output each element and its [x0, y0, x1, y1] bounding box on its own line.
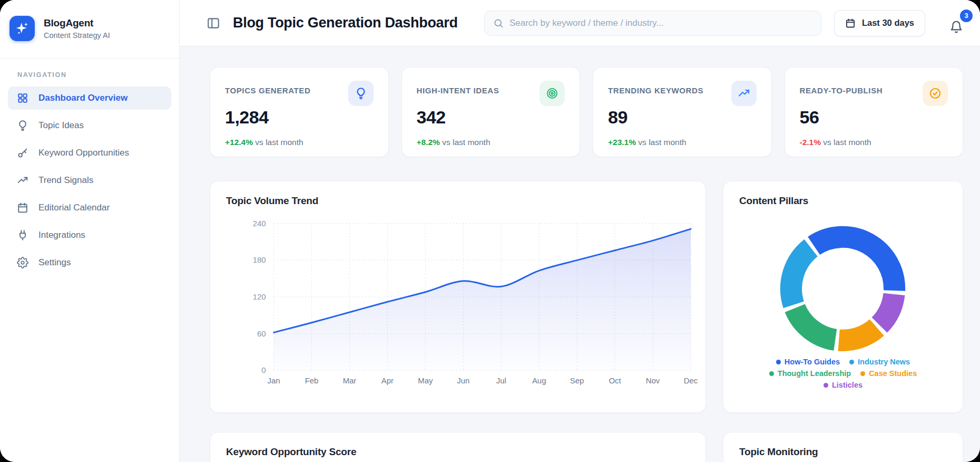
logo: BlogAgent Content Strategy AI: [0, 0, 179, 58]
sidebar-item-trend-signals[interactable]: Trend Signals: [8, 169, 171, 192]
sidebar-item-keyword-opportunities[interactable]: Keyword Opportunities: [8, 141, 171, 165]
stat-value: 89: [608, 107, 757, 128]
legend-item-thought-leadership[interactable]: Thought Leadership: [769, 368, 851, 379]
stat-card-topics-generated: TOPICS GENERATED 1,284 +12.4% vs last mo…: [210, 67, 389, 157]
svg-text:Oct: Oct: [609, 376, 621, 385]
lightbulb-icon: [17, 120, 28, 131]
stat-card-top: TOPICS GENERATED: [225, 81, 374, 106]
svg-text:Sep: Sep: [570, 376, 584, 385]
topic-volume-trend-chart: 060120180240JanFebMarAprMayJunJulAugSepO…: [210, 181, 705, 412]
stat-card-high-intent-ideas: HIGH-INTENT IDEAS 342 +8.2% vs last mont…: [401, 67, 581, 157]
header: Blog Topic Generation Dashboard Last 30 …: [180, 0, 980, 46]
notifications-button[interactable]: 3: [949, 13, 966, 34]
bell-icon: [949, 20, 963, 34]
sparkles-icon: [9, 16, 35, 41]
main-area: Blog Topic Generation Dashboard Last 30 …: [180, 0, 980, 462]
svg-text:180: 180: [253, 255, 266, 264]
legend-dot: [860, 371, 865, 376]
legend-dot: [769, 371, 774, 376]
app-window: BlogAgent Content Strategy AI NAVIGATION…: [0, 0, 980, 462]
legend-label: How-To Guides: [785, 357, 840, 367]
stat-delta-suffix: vs last month: [253, 138, 303, 147]
stat-delta: -2.1% vs last month: [800, 138, 948, 147]
stat-label: READY-TO-PUBLISH: [800, 81, 883, 95]
sidebar-item-topic-ideas[interactable]: Topic Ideas: [8, 114, 171, 137]
topic-monitoring-title: Topic Monitoring: [739, 446, 947, 458]
legend-item-case-studies[interactable]: Case Studies: [860, 368, 917, 379]
gear-icon: [17, 257, 28, 268]
panel-left-icon[interactable]: [207, 16, 220, 30]
keyword-opportunity-score-card: Keyword Opportunity Score: [210, 432, 706, 462]
stat-value: 1,284: [225, 107, 374, 128]
key-icon: [17, 147, 28, 159]
legend-label: Listicles: [832, 380, 863, 390]
stat-delta: +8.2% vs last month: [417, 138, 565, 147]
sidebar-item-settings[interactable]: Settings: [8, 251, 171, 274]
topic-monitoring-card: Topic Monitoring: [723, 432, 963, 462]
calendar-icon: [17, 202, 28, 214]
bottom-row: Keyword Opportunity Score Topic Monitori…: [210, 432, 963, 462]
lightbulb-icon: [348, 81, 374, 106]
sidebar-item-label: Settings: [38, 257, 71, 268]
legend-label: Case Studies: [869, 368, 917, 379]
legend-label: Industry News: [858, 357, 910, 367]
grid-icon: [17, 92, 28, 104]
sidebar-item-dashboard-overview[interactable]: Dashboard Overview: [8, 86, 171, 110]
svg-text:Apr: Apr: [381, 376, 394, 385]
svg-text:Aug: Aug: [532, 376, 546, 385]
stat-label: TRENDING KEYWORDS: [608, 81, 703, 95]
stat-delta-value: +12.4%: [225, 138, 253, 147]
stat-delta: +12.4% vs last month: [225, 138, 374, 147]
legend-item-industry-news[interactable]: Industry News: [849, 357, 910, 367]
sidebar: BlogAgent Content Strategy AI NAVIGATION…: [0, 0, 180, 462]
trending-up-icon: [731, 81, 757, 106]
stat-value: 56: [800, 107, 948, 128]
sidebar-item-label: Dashboard Overview: [38, 93, 128, 103]
sidebar-item-label: Topic Ideas: [38, 120, 84, 131]
svg-text:0: 0: [261, 365, 266, 374]
dashboard-content: TOPICS GENERATED 1,284 +12.4% vs last mo…: [180, 46, 980, 462]
content-pillars-legend: How-To GuidesIndustry NewsThought Leader…: [723, 357, 963, 390]
svg-text:Jan: Jan: [268, 376, 280, 385]
stat-label: TOPICS GENERATED: [225, 81, 310, 95]
sidebar-item-label: Trend Signals: [38, 175, 93, 186]
date-range-button[interactable]: Last 30 days: [834, 10, 925, 36]
stat-delta-value: +8.2%: [417, 138, 440, 147]
stat-delta: +23.1% vs last month: [608, 138, 757, 147]
legend-label: Thought Leadership: [778, 368, 851, 379]
search-input[interactable]: [509, 18, 812, 28]
app-tagline: Content Strategy AI: [44, 31, 110, 40]
sidebar-item-integrations[interactable]: Integrations: [8, 224, 171, 247]
stat-label: HIGH-INTENT IDEAS: [417, 81, 499, 95]
legend-dot: [849, 360, 854, 364]
search-box: [484, 11, 821, 36]
svg-text:Jun: Jun: [457, 376, 469, 385]
stat-card-row: TOPICS GENERATED 1,284 +12.4% vs last mo…: [210, 67, 963, 157]
sidebar-divider: [0, 58, 179, 59]
notification-badge: 3: [960, 9, 973, 22]
sidebar-item-editorial-calendar[interactable]: Editorial Calendar: [8, 196, 171, 219]
charts-row: Topic Volume Trend 060120180240JanFebMar…: [210, 181, 963, 413]
stat-card-top: READY-TO-PUBLISH: [800, 81, 948, 106]
stat-card-trending-keywords: TRENDING KEYWORDS 89 +23.1% vs last mont…: [593, 67, 772, 157]
search-icon: [493, 18, 504, 28]
legend-item-listicles[interactable]: Listicles: [824, 380, 863, 390]
stat-delta-suffix: vs last month: [821, 138, 871, 147]
check-circle-icon: [923, 81, 948, 106]
stat-value: 342: [417, 107, 565, 128]
page-title: Blog Topic Generation Dashboard: [233, 15, 458, 31]
date-range-label: Last 30 days: [862, 18, 914, 28]
trending-up-icon: [17, 175, 28, 186]
svg-text:Nov: Nov: [646, 376, 660, 385]
stat-delta-suffix: vs last month: [636, 138, 687, 147]
legend-dot: [824, 383, 828, 388]
legend-item-how-to-guides[interactable]: How-To Guides: [776, 357, 840, 367]
stat-delta-value: +23.1%: [608, 138, 636, 147]
sidebar-item-label: Editorial Calendar: [38, 203, 110, 213]
svg-text:Dec: Dec: [684, 376, 698, 385]
topic-volume-trend-card: Topic Volume Trend 060120180240JanFebMar…: [210, 181, 706, 413]
content-pillars-card: Content Pillars How-To GuidesIndustry Ne…: [723, 181, 963, 413]
svg-text:Mar: Mar: [343, 376, 357, 385]
plug-icon: [17, 229, 28, 241]
legend-dot: [776, 360, 781, 364]
